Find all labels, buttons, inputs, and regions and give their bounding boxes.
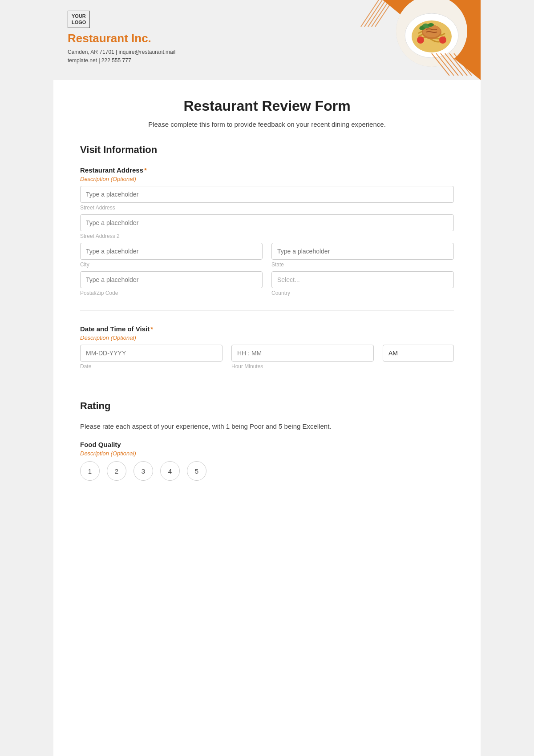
city-sublabel: City [80, 261, 263, 268]
ampm-input[interactable] [383, 345, 454, 362]
page: YOUR LOGO Restaurant Inc. Camden, AR 717… [53, 0, 481, 756]
food-quality-group: Food Quality Description (Optional) 1 2 … [80, 441, 454, 481]
food-quality-rating: 1 2 3 4 5 [80, 461, 454, 481]
date-time-label: Date and Time of Visit* [80, 325, 454, 333]
divider1 [80, 310, 454, 311]
street-address-input[interactable] [80, 186, 454, 203]
rating-option-1[interactable]: 1 [80, 461, 100, 481]
time-field: Hour Minutes [231, 345, 374, 370]
company-address: Camden, AR 71701 | inquire@restaurant.ma… [68, 48, 466, 65]
divider2 [80, 384, 454, 384]
food-quality-label: Food Quality [80, 441, 454, 448]
address-line1: Camden, AR 71701 | inquire@restaurant.ma… [68, 48, 466, 56]
state-sublabel: State [271, 261, 454, 268]
country-field: Select... United States Canada United Ki… [271, 271, 454, 296]
logo-line1: YOUR [72, 13, 86, 19]
postal-field: Postal/Zip Code [80, 271, 263, 296]
date-input[interactable] [80, 345, 222, 362]
country-select[interactable]: Select... United States Canada United Ki… [271, 271, 454, 288]
logo-box: YOUR LOGO [68, 11, 90, 28]
time-sublabel: Hour Minutes [231, 363, 374, 370]
restaurant-address-label: Restaurant Address* [80, 166, 454, 174]
postal-input[interactable] [80, 271, 263, 288]
postal-country-row: Postal/Zip Code Select... United States … [80, 271, 454, 296]
street-address2-input[interactable] [80, 214, 454, 231]
time-input[interactable] [231, 345, 374, 362]
street-address-field: Street Address [80, 186, 454, 211]
datetime-inputs-row: Date Hour Minutes [80, 345, 454, 370]
country-sublabel: Country [271, 290, 454, 296]
ampm-field [383, 345, 454, 362]
form-title: Restaurant Review Form [80, 98, 454, 114]
city-field: City [80, 243, 263, 268]
food-quality-description: Description (Optional) [80, 450, 454, 457]
restaurant-address-group: Restaurant Address* Description (Optiona… [80, 166, 454, 296]
rating-option-5[interactable]: 5 [187, 461, 206, 481]
date-field: Date [80, 345, 222, 370]
company-name: Restaurant Inc. [68, 32, 466, 45]
date-time-group: Date and Time of Visit* Description (Opt… [80, 325, 454, 370]
required-marker: * [144, 166, 147, 174]
rating-option-2[interactable]: 2 [107, 461, 126, 481]
date-time-description: Description (Optional) [80, 334, 454, 341]
restaurant-address-description: Description (Optional) [80, 176, 454, 182]
form-subtitle: Please complete this form to provide fee… [80, 121, 454, 128]
rating-title: Rating [80, 400, 454, 412]
logo-line2: LOGO [72, 20, 86, 25]
rating-description: Please rate each aspect of your experien… [80, 422, 454, 430]
address-line2: template.net | 222 555 777 [68, 56, 466, 65]
city-input[interactable] [80, 243, 263, 260]
date-sublabel: Date [80, 363, 222, 370]
header-left: YOUR LOGO Restaurant Inc. Camden, AR 717… [68, 11, 466, 65]
rating-option-4[interactable]: 4 [160, 461, 180, 481]
state-input[interactable] [271, 243, 454, 260]
street-address2-field: Street Address 2 [80, 214, 454, 239]
header: YOUR LOGO Restaurant Inc. Camden, AR 717… [53, 0, 481, 80]
state-field: State [271, 243, 454, 268]
street-address-sublabel: Street Address [80, 205, 454, 211]
city-state-row: City State [80, 243, 454, 268]
rating-section: Rating Please rate each aspect of your e… [80, 400, 454, 481]
street-address2-sublabel: Street Address 2 [80, 233, 454, 239]
visit-info-title: Visit Information [80, 144, 454, 156]
postal-sublabel: Postal/Zip Code [80, 290, 263, 296]
visit-info-section: Visit Information Restaurant Address* De… [80, 144, 454, 370]
date-required-marker: * [150, 325, 153, 333]
main-content: Restaurant Review Form Please complete t… [53, 80, 481, 508]
rating-option-3[interactable]: 3 [134, 461, 153, 481]
